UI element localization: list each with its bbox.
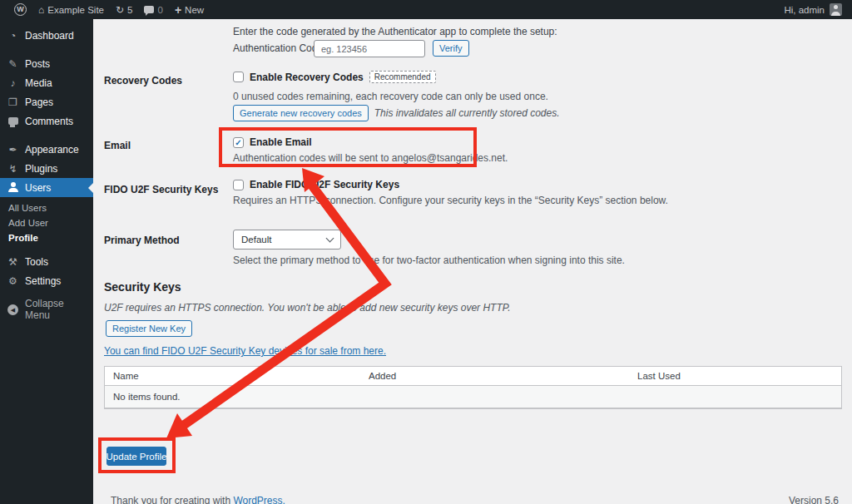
site-name-link[interactable]: ⌂ Example Site — [32, 0, 110, 19]
table-header-row: Name Added Last Used — [105, 367, 841, 386]
new-content-link[interactable]: + New — [169, 0, 210, 19]
email-description: Authentication codes will be sent to ang… — [233, 152, 508, 164]
primary-method-description: Select the primary method to use for two… — [233, 254, 625, 266]
email-checkbox-label: Enable Email — [250, 136, 312, 148]
wordpress-footer-link[interactable]: WordPress. — [233, 495, 285, 504]
sidebar-item-appearance[interactable]: ✒ Appearance — [0, 140, 93, 159]
sidebar-item-label: Plugins — [25, 163, 57, 175]
users-submenu: All Users Add User Profile — [0, 197, 93, 252]
wordpress-menu[interactable]: W — [8, 0, 32, 19]
wordpress-logo-icon: W — [14, 3, 27, 16]
profile-two-factor-settings: Enter the code generated by the Authenti… — [93, 19, 852, 504]
avatar — [830, 3, 842, 16]
sidebar-item-plugins[interactable]: ↯ Plugins — [0, 159, 93, 178]
sidebar-item-label: Comments — [25, 116, 73, 127]
collapse-icon: ◀ — [7, 304, 19, 315]
generate-recovery-codes-button[interactable]: Generate new recovery codes — [233, 105, 369, 121]
sidebar-item-label: Appearance — [25, 144, 79, 156]
fido-checkbox-label: Enable FIDO U2F Security Keys — [250, 179, 399, 190]
plugins-icon: ↯ — [7, 164, 19, 174]
dashboard-icon: ◔ — [7, 31, 19, 41]
collapse-menu-button[interactable]: ◀ Collapse Menu — [0, 299, 93, 319]
submenu-item-add-user[interactable]: Add User — [0, 215, 93, 230]
new-label: New — [185, 5, 204, 15]
site-name: Example Site — [47, 5, 104, 15]
comments-icon — [144, 6, 154, 13]
sidebar-item-label: Dashboard — [25, 30, 74, 42]
sidebar-item-users[interactable]: Users — [0, 178, 93, 197]
recommended-badge: Recommended — [369, 71, 436, 83]
recovery-codes-checkbox[interactable] — [233, 72, 244, 82]
sidebar-item-label: Pages — [25, 96, 53, 108]
home-icon: ⌂ — [38, 4, 44, 16]
generate-note: This invalidates all currently stored co… — [374, 107, 560, 119]
updates-link[interactable]: ↻ 5 — [110, 0, 138, 19]
security-key-devices-link[interactable]: You can find FIDO U2F Security Key devic… — [104, 345, 386, 357]
sidebar-item-pages[interactable]: ❐ Pages — [0, 92, 93, 111]
column-added: Added — [360, 371, 629, 381]
chevron-down-icon — [326, 235, 334, 243]
update-profile-button[interactable]: Update Profile — [106, 447, 166, 466]
plus-icon: + — [175, 3, 181, 17]
auth-code-label: Authentication Code: — [233, 42, 325, 54]
sidebar-item-comments[interactable]: Comments — [0, 111, 93, 131]
arrowhead-down-icon — [166, 413, 192, 438]
footer-thanks-text: Thank you for creating with — [111, 495, 233, 504]
submenu-item-all-users[interactable]: All Users — [0, 200, 93, 215]
email-row-label: Email — [104, 140, 131, 151]
sidebar-item-label: Tools — [25, 256, 48, 268]
column-name: Name — [105, 371, 360, 381]
update-count: 5 — [127, 5, 132, 15]
sidebar-item-tools[interactable]: ⚒ Tools — [0, 252, 93, 271]
appearance-icon: ✒ — [7, 145, 19, 155]
register-new-key-button[interactable]: Register New Key — [106, 320, 192, 337]
settings-icon: ⚙ — [7, 276, 19, 286]
footer-thanks: Thank you for creating with WordPress. — [111, 495, 285, 504]
no-items-text: No items found. — [105, 392, 181, 402]
collapse-label: Collapse Menu — [25, 298, 87, 321]
email-checkbox[interactable]: ✓ — [233, 137, 244, 148]
table-empty-row: No items found. — [105, 386, 841, 408]
posts-icon: ✎ — [7, 59, 19, 69]
primary-method-select[interactable]: Default — [233, 230, 341, 250]
auth-code-input[interactable] — [314, 40, 425, 57]
security-keys-heading: Security Keys — [104, 280, 181, 294]
totp-intro-text: Enter the code generated by the Authenti… — [233, 26, 557, 37]
pages-icon: ❐ — [7, 97, 19, 107]
recovery-codes-row-label: Recovery Codes — [104, 75, 182, 86]
recovery-remaining-text: 0 unused codes remaining, each recovery … — [233, 91, 548, 102]
comment-count: 0 — [157, 5, 162, 15]
security-keys-note: U2F requires an HTTPS connection. You wo… — [104, 302, 511, 314]
sidebar-item-media[interactable]: ♪ Media — [0, 73, 93, 92]
account-greeting: Hi, admin — [784, 5, 825, 15]
primary-method-value: Default — [241, 235, 271, 245]
sidebar-item-label: Media — [25, 77, 52, 89]
sidebar-item-settings[interactable]: ⚙ Settings — [0, 271, 93, 290]
account-menu[interactable]: Hi, admin — [784, 3, 844, 16]
verify-button[interactable]: Verify — [433, 40, 469, 57]
comments-icon — [7, 116, 19, 126]
fido-checkbox[interactable] — [233, 180, 244, 190]
fido-row-label: FIDO U2F Security Keys — [104, 184, 218, 195]
updates-icon: ↻ — [116, 4, 124, 16]
sidebar-item-dashboard[interactable]: ◔ Dashboard — [0, 26, 93, 45]
footer-version: Version 5.6 — [789, 495, 839, 504]
admin-bar: W ⌂ Example Site ↻ 5 0 + New Hi, admin — [0, 0, 852, 19]
primary-method-row-label: Primary Method — [104, 235, 180, 246]
column-last-used: Last Used — [629, 371, 841, 381]
recovery-codes-checkbox-label: Enable Recovery Codes — [250, 72, 364, 83]
sidebar-item-label: Settings — [25, 275, 61, 287]
security-keys-table: Name Added Last Used No items found. Nam… — [104, 366, 842, 409]
tools-icon: ⚒ — [7, 257, 19, 267]
sidebar-item-posts[interactable]: ✎ Posts — [0, 54, 93, 73]
sidebar-item-label: Users — [25, 182, 51, 194]
comments-link[interactable]: 0 — [138, 0, 168, 19]
fido-description: Requires an HTTPS connection. Configure … — [233, 195, 668, 206]
sidebar-item-label: Posts — [25, 58, 50, 70]
users-icon — [7, 182, 19, 194]
admin-sidebar: ◔ Dashboard ✎ Posts ♪ Media ❐ Pages Comm… — [0, 19, 93, 504]
submenu-item-profile[interactable]: Profile — [0, 230, 93, 245]
media-icon: ♪ — [7, 78, 19, 88]
